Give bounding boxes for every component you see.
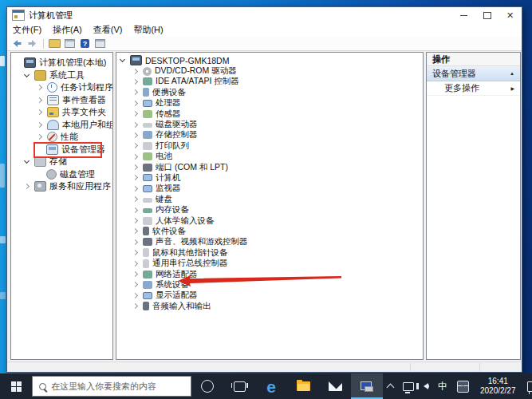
chevron-right-icon[interactable] (132, 186, 138, 192)
device-row-sound[interactable]: 声音、视频和游戏控制器 (116, 237, 423, 247)
device-row-ide[interactable]: IDE ATA/ATAPI 控制器 (116, 77, 423, 87)
title-bar[interactable]: 计算机管理 ✕ (7, 7, 522, 23)
chevron-right-icon[interactable] (132, 154, 138, 160)
help-icon[interactable]: ? (79, 38, 91, 49)
chevron-right-icon[interactable] (37, 134, 42, 140)
device-row-monitor[interactable]: 监视器 (116, 184, 423, 194)
device-row-usb[interactable]: 通用串行总线控制器 (116, 258, 423, 268)
chevron-right-icon[interactable] (132, 239, 138, 245)
device-row-software[interactable]: 软件设备 (116, 226, 423, 236)
chevron-right-icon[interactable] (132, 282, 138, 287)
chevron-right-icon[interactable] (132, 218, 138, 223)
file-explorer-button[interactable] (287, 373, 319, 399)
device-row-network[interactable]: 网络适配器 (116, 269, 423, 279)
sidebar-item-system-tools[interactable]: 系统工具 (11, 69, 112, 82)
keyboard-layout-button[interactable] (452, 373, 474, 399)
chevron-right-icon[interactable] (132, 293, 138, 298)
menu-action[interactable]: 操作(A) (47, 24, 88, 36)
chevron-right-icon[interactable] (132, 250, 138, 255)
chevron-right-icon[interactable] (132, 101, 138, 106)
device-row-print-queue[interactable]: 打印队列 (116, 140, 423, 151)
processor-icon (143, 100, 152, 107)
sidebar-item-shared-folders[interactable]: 共享文件夹 (11, 106, 112, 119)
minimize-button[interactable] (452, 7, 475, 23)
volume-button[interactable] (419, 373, 433, 399)
console-tree-icon[interactable] (49, 38, 61, 49)
chevron-right-icon[interactable] (132, 132, 138, 138)
chevron-right-icon[interactable] (132, 207, 138, 213)
task-view-button[interactable] (223, 373, 255, 399)
start-button[interactable] (0, 373, 32, 399)
device-row-sensor[interactable]: 传感器 (116, 109, 423, 119)
action-pane-icon[interactable] (94, 38, 106, 49)
menu-file[interactable]: 文件(F) (7, 24, 47, 36)
chevron-right-icon[interactable] (132, 143, 138, 148)
chevron-right-icon[interactable] (132, 79, 138, 85)
chevron-right-icon[interactable] (37, 85, 42, 90)
sidebar-item-local-users-groups[interactable]: 本地用户和组 (11, 119, 112, 132)
sidebar-item-event-viewer[interactable]: 事件查看器 (11, 94, 112, 107)
chevron-right-icon[interactable] (132, 196, 138, 202)
device-row-storage-controller[interactable]: 存储控制器 (116, 130, 423, 140)
chevron-down-icon[interactable] (24, 72, 30, 77)
chevron-right-icon[interactable] (37, 122, 42, 128)
tray-overflow-button[interactable] (383, 373, 398, 399)
sidebar-item-disk-management[interactable]: 磁盘管理 (11, 168, 112, 181)
sidebar-item-services-applications[interactable]: 服务和应用程序 (11, 180, 112, 193)
device-row-keyboard[interactable]: 键盘 (116, 194, 423, 204)
sidebar-item-computer-management[interactable]: 计算机管理(本地) (11, 57, 112, 69)
chevron-right-icon[interactable] (132, 228, 138, 234)
device-row-computer[interactable]: 计算机 (116, 172, 423, 183)
device-row-disk-drive[interactable]: 磁盘驱动器 (116, 119, 423, 129)
device-row-portable[interactable]: 便携设备 (116, 87, 423, 97)
edge-button[interactable]: e (255, 373, 287, 399)
chevron-right-icon[interactable] (132, 175, 138, 180)
chevron-down-icon[interactable] (120, 57, 125, 62)
sidebar-item-task-scheduler[interactable]: 任务计划程序 (11, 81, 112, 94)
mail-button[interactable] (319, 373, 351, 399)
actions-group-device-manager[interactable]: 设备管理器 ▲ (427, 66, 520, 81)
chevron-right-icon[interactable] (132, 271, 138, 277)
taskbar-clock[interactable]: 16:41 2020/2/27 (474, 377, 522, 396)
device-row-system-devices[interactable]: 系统设备 (116, 279, 423, 290)
menu-help[interactable]: 帮助(H) (128, 24, 168, 36)
forward-icon[interactable] (26, 38, 38, 49)
device-row-audio[interactable]: 音频输入和输出 (116, 301, 423, 311)
chevron-right-icon[interactable] (132, 164, 138, 170)
chevron-down-icon[interactable] (24, 158, 30, 164)
chevron-right-icon[interactable] (37, 97, 42, 103)
chevron-right-icon[interactable] (132, 261, 138, 267)
more-actions-item[interactable]: 更多操作 ▶ (427, 81, 520, 96)
chevron-right-icon[interactable] (24, 184, 30, 189)
chevron-right-icon[interactable] (132, 89, 138, 95)
action-center-button[interactable] (522, 373, 532, 399)
device-row-hid[interactable]: 人体学输入设备 (116, 215, 423, 226)
cortana-button[interactable] (191, 373, 223, 399)
chevron-right-icon[interactable] (132, 303, 138, 309)
taskbar-search-box[interactable]: 在这里输入你要搜索的内容 (32, 376, 191, 397)
chevron-right-icon[interactable] (37, 109, 42, 115)
close-button[interactable]: ✕ (499, 7, 522, 23)
back-icon[interactable] (11, 38, 23, 49)
sidebar-item-storage[interactable]: 存储 (11, 156, 112, 168)
chevron-right-icon[interactable] (132, 69, 138, 74)
collapse-arrow-icon[interactable]: ▲ (510, 71, 514, 76)
ime-indicator[interactable]: 中 (433, 373, 452, 399)
device-row-display[interactable]: 显示适配器 (116, 290, 423, 301)
device-row-battery[interactable]: 电池 (116, 152, 423, 162)
device-row-dvd[interactable]: DVD/CD-ROM 驱动器 (116, 65, 423, 76)
chevron-right-icon[interactable] (132, 121, 138, 127)
device-row-ports[interactable]: 端口 (COM 和 LPT) (116, 162, 423, 172)
device-root-row[interactable]: DESKTOP-GMK18DM (116, 55, 423, 65)
sidebar-item-performance[interactable]: 性能 (11, 131, 112, 144)
device-row-mouse[interactable]: 鼠标和其他指针设备 (116, 247, 423, 258)
maximize-button[interactable] (475, 7, 499, 23)
device-row-memory[interactable]: 内存设备 (116, 204, 423, 215)
storage-controller-icon (143, 131, 152, 139)
computer-management-taskbar-button[interactable] (351, 373, 383, 399)
menu-view[interactable]: 查看(V) (88, 24, 128, 36)
sidebar-item-device-manager[interactable]: 设备管理器 (11, 144, 112, 156)
chevron-right-icon[interactable] (132, 111, 138, 117)
device-row-processor[interactable]: 处理器 (116, 98, 423, 109)
properties-window-icon[interactable] (64, 38, 76, 49)
